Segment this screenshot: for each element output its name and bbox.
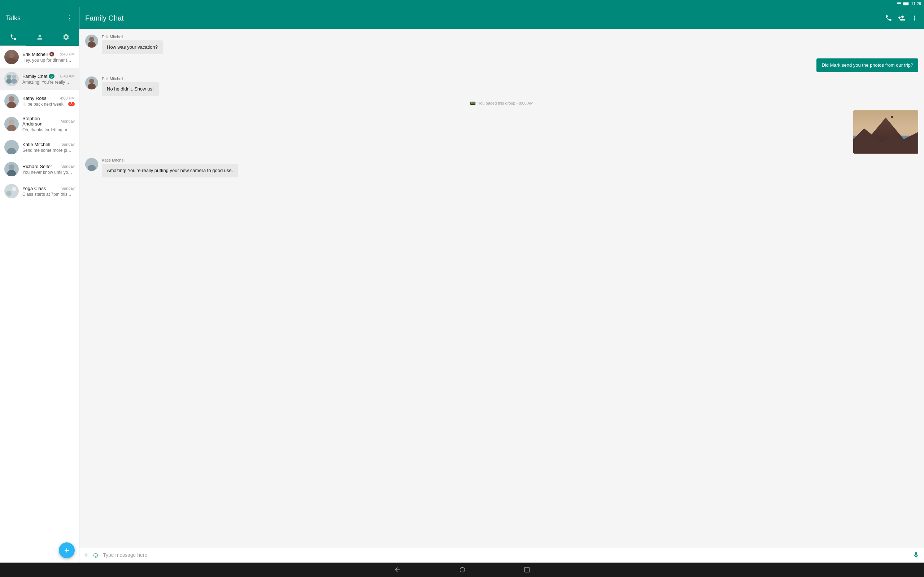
msg-sender-3: Erik Mitchell: [102, 76, 159, 81]
conv-preview-yoga: Class starts at 7pm this Thursday.: [23, 192, 73, 197]
unread-badge-kathy: 8: [68, 102, 75, 106]
msg-bubble-6: Amazing! You're really putting your new …: [102, 164, 238, 177]
svg-point-15: [7, 148, 16, 154]
msg-content-6: Katie Mitchell Amazing! You're really pu…: [102, 158, 238, 177]
message-group-6: Katie Mitchell Amazing! You're really pu…: [85, 158, 238, 177]
svg-point-4: [9, 52, 15, 58]
conv-preview-family: Amazing! You're really putting your new …: [23, 80, 73, 85]
msg-avatar-erik-2: [85, 76, 98, 89]
conv-time-yoga: Sunday: [61, 186, 75, 190]
conv-time-family: 8:40 AM: [60, 74, 75, 78]
conv-name-stephen: Stephen Anderson: [23, 116, 61, 127]
avatar-kathy: [4, 94, 19, 108]
chat-messages: Erik Mitchell How was your vacation? Did…: [79, 29, 462, 288]
svg-point-23: [88, 42, 96, 48]
svg-point-12: [9, 119, 15, 125]
svg-point-5: [7, 58, 16, 64]
msg-avatar-katie: [85, 158, 98, 171]
contacts-tab-icon: [36, 34, 43, 41]
avatar-richard: [4, 162, 19, 176]
msg-avatar-erik-1: [85, 35, 98, 48]
conv-preview-richard: You never know until you try, let's do i…: [23, 170, 73, 175]
conv-time-stephen: Monday: [61, 119, 75, 123]
svg-point-31: [89, 160, 94, 165]
conv-item-yoga[interactable]: Yoga Class Sunday Class starts at 7pm th…: [0, 180, 79, 202]
svg-point-24: [89, 79, 94, 84]
unread-badge-family: 6: [49, 74, 55, 79]
conv-info-kathy: Kathy Ross 4:00 PM I'll be back next wee…: [23, 95, 75, 107]
system-message: 📟 You paged this group - 8:08 AM: [85, 101, 462, 106]
conv-info-family: Family Chat 6 8:40 AM Amazing! You're re…: [23, 74, 75, 85]
svg-point-6: [7, 75, 11, 79]
message-group-1: Erik Mitchell How was your vacation?: [85, 35, 163, 54]
conv-time-erik: 9:48 PM: [60, 52, 75, 56]
conv-preview-stephen: Oh, thanks for letting me know!: [23, 127, 73, 132]
message-group-3: Erik Mitchell No he didn't. Show us!: [85, 76, 159, 96]
conv-preview-katie: Send me some more pictures from your tri…: [23, 148, 73, 153]
avatar-yoga: [4, 184, 19, 198]
conv-info-katie: Katie Mitchell Sunday Send me some more …: [23, 142, 75, 153]
right-panel: Family Chat Erik Mit: [79, 7, 462, 288]
conv-name-erik: Erik Mitchell 🔇: [23, 52, 55, 57]
conv-name-katie: Katie Mitchell: [23, 142, 50, 147]
msg-bubble-3: No he didn't. Show us!: [102, 82, 159, 96]
svg-point-7: [6, 79, 12, 84]
conv-info-yoga: Yoga Class Sunday Class starts at 7pm th…: [23, 186, 75, 197]
conv-item-kathy[interactable]: Kathy Ross 4:00 PM I'll be back next wee…: [0, 90, 79, 112]
conv-name-richard: Richard Seiter: [23, 164, 52, 169]
tab-contacts[interactable]: [26, 29, 53, 45]
tabs-bar: [0, 29, 79, 46]
mute-icon-erik: 🔇: [49, 52, 55, 56]
msg-bubble-1: How was your vacation?: [102, 40, 163, 54]
svg-point-8: [12, 75, 16, 79]
msg-sender-1: Erik Mitchell: [102, 35, 163, 39]
left-menu-icon[interactable]: ⋮: [66, 14, 73, 23]
svg-point-18: [7, 187, 11, 191]
svg-point-9: [11, 79, 17, 84]
conv-item-richard[interactable]: Richard Seiter Sunday You never know unt…: [0, 158, 79, 180]
svg-point-19: [6, 191, 12, 196]
svg-point-22: [89, 37, 94, 42]
conv-info-richard: Richard Seiter Sunday You never know unt…: [23, 164, 75, 175]
status-bar: 11:29: [0, 0, 462, 7]
svg-point-10: [9, 96, 15, 102]
avatar-family: [4, 72, 19, 86]
conv-item-family[interactable]: Family Chat 6 8:40 AM Amazing! You're re…: [0, 68, 79, 90]
tab-calls[interactable]: [0, 29, 26, 45]
msg-content-1: Erik Mitchell How was your vacation?: [102, 35, 163, 54]
chat-title: Family Chat: [85, 14, 462, 23]
tab-settings[interactable]: [53, 29, 79, 45]
conv-time-kathy: 4:00 PM: [60, 96, 75, 100]
app-title: Talks: [6, 15, 21, 22]
avatar-erik: [4, 50, 19, 64]
settings-tab-icon: [63, 34, 69, 41]
svg-point-20: [12, 187, 16, 191]
left-header: Talks ⋮: [0, 7, 79, 29]
svg-point-21: [11, 191, 17, 196]
conv-time-katie: Sunday: [61, 142, 75, 147]
svg-point-17: [7, 170, 16, 176]
svg-point-14: [9, 142, 15, 148]
avatar-stephen: [4, 117, 19, 131]
conv-item-katie[interactable]: Katie Mitchell Sunday Send me some more …: [0, 136, 79, 158]
msg-content-3: Erik Mitchell No he didn't. Show us!: [102, 76, 159, 96]
svg-point-32: [88, 165, 96, 171]
svg-point-11: [7, 102, 16, 108]
conv-item-erik[interactable]: Erik Mitchell 🔇 9:48 PM Hey, you up for …: [0, 46, 79, 68]
chat-header: Family Chat: [79, 7, 462, 29]
conv-item-stephen[interactable]: Stephen Anderson Monday Oh, thanks for l…: [0, 112, 79, 136]
phone-tab-icon: [10, 34, 17, 41]
svg-point-13: [7, 125, 16, 131]
avatar-katie: [4, 140, 19, 154]
conv-info-stephen: Stephen Anderson Monday Oh, thanks for l…: [23, 116, 75, 132]
conv-preview-erik: Hey, you up for dinner tonight?: [23, 58, 73, 63]
conversation-list: Erik Mitchell 🔇 9:48 PM Hey, you up for …: [0, 46, 79, 288]
conv-name-yoga: Yoga Class: [23, 186, 46, 191]
svg-point-25: [88, 83, 96, 89]
conv-name-family: Family Chat 6: [23, 74, 55, 79]
conv-name-kathy: Kathy Ross: [23, 95, 46, 101]
svg-point-16: [9, 164, 15, 170]
left-panel: Talks ⋮: [0, 7, 79, 288]
conv-info-erik: Erik Mitchell 🔇 9:48 PM Hey, you up for …: [23, 52, 75, 63]
conv-time-richard: Sunday: [61, 164, 75, 168]
